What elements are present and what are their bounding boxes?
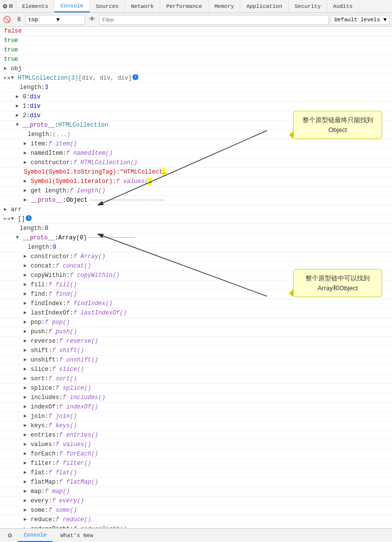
tab-audits[interactable]: Audits <box>327 0 359 12</box>
console-line: flat: f flat() <box>0 468 392 478</box>
console-line: findIndex: f findIndex() <box>0 299 392 309</box>
expand-filter[interactable] <box>24 459 30 467</box>
console-line: sort: f sort() <box>0 374 392 384</box>
console-line: every: f every() <box>0 497 392 506</box>
expand-shift[interactable] <box>24 347 30 355</box>
expand-fill[interactable] <box>24 281 30 289</box>
expand-lastIndexOf[interactable] <box>24 309 30 317</box>
expand-pop[interactable] <box>24 318 30 326</box>
tab-elements[interactable]: Elements <box>16 0 55 12</box>
console-line: slice: f slice() <box>0 365 392 374</box>
expand-constructor-arr[interactable] <box>24 253 30 261</box>
expand-symbol-iterator[interactable] <box>24 178 30 185</box>
console-line: forEach: f forEach() <box>0 450 392 459</box>
expand-proto-htmlcol[interactable] <box>16 121 22 129</box>
filter-input[interactable] <box>99 15 329 25</box>
info-icon[interactable]: i <box>132 74 138 80</box>
expand-splice[interactable] <box>24 384 30 392</box>
expand-proto-obj[interactable] <box>24 196 30 204</box>
console-content: false true true true obj ◀ HTMLCollectio… <box>0 27 392 528</box>
dock-icon[interactable]: ⊡ <box>9 2 12 10</box>
expand-some[interactable] <box>24 506 30 514</box>
console-line: ◀ [] i <box>0 215 392 224</box>
console-line: reduceRight: f reduceRight() <box>0 525 392 528</box>
console-line: obj <box>0 64 392 74</box>
console-line: namedItem: f namedItem() <box>0 149 392 158</box>
expand-values[interactable] <box>24 441 30 449</box>
expand-copyWithin[interactable] <box>24 271 30 279</box>
console-line: item: f item() <box>0 139 392 149</box>
expand-unshift[interactable] <box>24 356 30 364</box>
console-line: get length: f length() <box>0 186 392 196</box>
tab-memory[interactable]: Memory <box>209 0 241 12</box>
console-line: indexOf: f indexOf() <box>0 403 392 412</box>
expand-map[interactable] <box>24 488 30 496</box>
expand-1-div[interactable] <box>16 102 22 110</box>
console-line: Symbol(Symbol.iterator): f values(… <box>0 177 392 186</box>
tab-application[interactable]: Application <box>240 0 289 12</box>
expand-proto-arr[interactable] <box>16 234 22 242</box>
console-line: join: f join() <box>0 412 392 421</box>
expand-reduce[interactable] <box>24 516 30 524</box>
console-line: unshift: f unshift() <box>0 356 392 365</box>
console-line: __proto__: HTMLCollection <box>0 121 392 130</box>
pause-button[interactable]: ⏸ <box>14 15 24 25</box>
expand-sort[interactable] <box>24 375 30 383</box>
expand-2-div[interactable] <box>16 112 22 120</box>
context-dropdown-icon: ▼ <box>56 17 83 23</box>
console-line: splice: f splice() <box>0 384 392 393</box>
expand-flatMap[interactable] <box>24 478 30 486</box>
level-label: Default levels ▼ <box>334 17 387 23</box>
console-line: length: 0 <box>0 243 392 252</box>
expand-concat[interactable] <box>24 262 30 270</box>
console-line: flatMap: f flatMap() <box>0 478 392 487</box>
info-icon2[interactable]: i <box>26 215 32 221</box>
clear-console-button[interactable]: 🚫 <box>2 15 12 25</box>
expand-arr-prev[interactable]: ◀ <box>4 215 10 223</box>
bottom-tab-console[interactable]: Console <box>18 529 52 542</box>
console-line: keys: f keys() <box>0 421 392 431</box>
tab-security[interactable]: Security <box>289 0 327 12</box>
tab-network[interactable]: Network <box>125 0 160 12</box>
expand-keys[interactable] <box>24 422 30 430</box>
console-line: reduce: f reduce() <box>0 515 392 525</box>
console-line: constructor: f HTMLCollection() <box>0 158 392 168</box>
expand-slice[interactable] <box>24 365 30 373</box>
console-line: some: f some() <box>0 506 392 515</box>
expand-findIndex[interactable] <box>24 300 30 308</box>
tab-performance[interactable]: Performance <box>160 0 209 12</box>
expand-indexOf[interactable] <box>24 403 30 411</box>
expand-forEach[interactable] <box>24 450 30 458</box>
expand-html-col[interactable] <box>11 74 17 82</box>
console-line: length: 3 <box>0 83 392 92</box>
expand-reduceRight[interactable] <box>24 525 30 528</box>
level-selector[interactable]: Default levels ▼ <box>331 15 390 25</box>
console-line: entries: f entries() <box>0 431 392 440</box>
expand-get-length[interactable] <box>24 187 30 195</box>
tab-bar: ⚙ ⊡ Elements Console Sources Network Per… <box>0 0 392 13</box>
expand-push[interactable] <box>24 328 30 336</box>
expand-entries[interactable] <box>24 431 30 439</box>
eye-button[interactable]: 👁 <box>87 15 97 25</box>
bottom-settings-icon[interactable]: ⚙ <box>4 530 16 542</box>
tab-console[interactable]: Console <box>54 0 89 12</box>
expand-constructor-htmlcol[interactable] <box>24 159 30 167</box>
expand-flat[interactable] <box>24 469 30 477</box>
expand-arr-main[interactable] <box>11 215 17 223</box>
console-line: length: 0 <box>0 224 392 233</box>
expand-join[interactable] <box>24 412 30 420</box>
bottom-tab-whats-new[interactable]: What's New <box>54 529 99 542</box>
tab-sources[interactable]: Sources <box>90 0 125 12</box>
expand-includes[interactable] <box>24 394 30 402</box>
expand-html-col-prev[interactable]: ◀ <box>4 74 10 82</box>
console-line: shift: f shift() <box>0 346 392 356</box>
expand-namedItem[interactable] <box>24 149 30 157</box>
expand-item[interactable] <box>24 140 30 148</box>
expand-0-div[interactable] <box>16 93 22 101</box>
expand-obj[interactable] <box>4 65 10 73</box>
expand-reverse[interactable] <box>24 337 30 345</box>
context-selector[interactable]: top ▼ <box>26 15 85 25</box>
expand-every[interactable] <box>24 497 30 505</box>
expand-arr[interactable] <box>4 206 10 214</box>
expand-find[interactable] <box>24 290 30 298</box>
